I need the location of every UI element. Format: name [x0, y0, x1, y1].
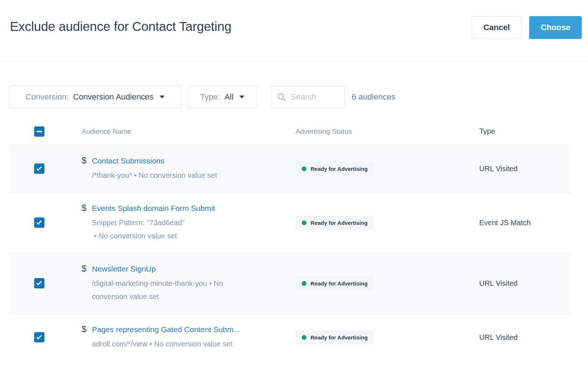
checkbox-indeterminate-icon — [37, 131, 42, 132]
status-label: Ready for Advertising — [311, 220, 368, 226]
audience-subtitle: Snippet Pattern: "73ad6ead" • No convers… — [92, 216, 265, 242]
row-checkbox[interactable] — [34, 332, 44, 342]
audience-subtitle: adroll.com/*/view • No conversion value … — [92, 337, 265, 351]
caret-down-icon — [239, 96, 244, 98]
column-header-audience-name: Audience Name — [82, 127, 295, 136]
status-badge: Ready for Advertising — [295, 216, 374, 230]
table-row: $ Pages representing Gated Content Subm.… — [9, 314, 571, 361]
audience-table: Audience Name Advertising Status Type $ … — [9, 118, 571, 361]
row-checkbox[interactable] — [34, 218, 44, 228]
checkbox-checked-icon — [36, 334, 42, 339]
caret-down-icon — [159, 96, 165, 98]
row-checkbox[interactable] — [34, 278, 44, 288]
status-badge: Ready for Advertising — [295, 276, 374, 290]
audience-subtitle: /*thank-you* • No conversion value set — [92, 169, 265, 182]
dollar-conversion-icon: $ — [82, 203, 87, 213]
audience-name-link[interactable]: Newsletter SignUp — [92, 265, 156, 273]
audience-type: URL Visited — [479, 324, 571, 351]
column-header-advertising-status: Advertising Status — [295, 127, 479, 136]
conversion-filter-value: Conversion Audiences — [73, 92, 154, 102]
dollar-conversion-icon: $ — [82, 155, 87, 166]
status-dot-green — [302, 281, 306, 286]
table-header-row: Audience Name Advertising Status Type — [9, 118, 571, 145]
table-row: $ Events Splash domain Form Submit Snipp… — [9, 193, 571, 253]
status-dot-green — [302, 220, 306, 225]
type-filter-value: All — [225, 92, 233, 102]
status-label: Ready for Advertising — [311, 166, 368, 172]
checkbox-checked-icon — [36, 219, 42, 224]
search-box — [271, 86, 345, 108]
status-dot-green — [302, 166, 306, 171]
status-label: Ready for Advertising — [311, 280, 368, 287]
select-all-checkbox[interactable] — [34, 126, 44, 137]
modal-header: Exclude audience for Contact Targeting C… — [0, 0, 588, 62]
checkbox-checked-icon — [36, 280, 42, 285]
audience-name-link[interactable]: Pages representing Gated Content Subm... — [92, 325, 240, 334]
dollar-conversion-icon: $ — [82, 324, 87, 334]
status-dot-green — [302, 335, 306, 340]
table-row: $ Contact Submissions /*thank-you* • No … — [9, 145, 571, 193]
audience-type: URL Visited — [479, 263, 571, 303]
status-badge: Ready for Advertising — [295, 162, 374, 176]
status-badge: Ready for Advertising — [295, 330, 374, 344]
audience-name-link[interactable]: Contact Submissions — [92, 157, 164, 165]
row-checkbox[interactable] — [34, 163, 44, 174]
audience-name-link[interactable]: Events Splash domain Form Submit — [92, 204, 215, 213]
column-header-type: Type — [479, 127, 571, 136]
type-filter-dropdown[interactable]: Type: All — [188, 86, 257, 108]
type-filter-label: Type: — [200, 92, 220, 102]
choose-button[interactable]: Choose — [529, 16, 582, 39]
table-row: $ Newsletter SignUp /digital-marketing-m… — [9, 253, 571, 314]
page-title: Exclude audience for Contact Targeting — [10, 19, 232, 34]
status-label: Ready for Advertising — [311, 334, 368, 341]
checkbox-checked-icon — [36, 165, 42, 170]
audience-subtitle: /digital-marketing-minute-thank-you • No… — [92, 277, 265, 303]
conversion-filter-label: Conversion: — [25, 92, 68, 102]
audience-count: 6 audiences — [352, 92, 395, 102]
dollar-conversion-icon: $ — [82, 263, 87, 274]
cancel-button[interactable]: Cancel — [472, 16, 521, 39]
header-actions: Cancel Choose — [472, 16, 582, 39]
conversion-filter-dropdown[interactable]: Conversion: Conversion Audiences — [9, 86, 181, 108]
audience-type: URL Visited — [479, 155, 571, 182]
audience-type: Event JS Match — [479, 203, 571, 242]
filter-bar: Conversion: Conversion Audiences Type: A… — [9, 86, 571, 108]
search-icon — [277, 93, 286, 101]
